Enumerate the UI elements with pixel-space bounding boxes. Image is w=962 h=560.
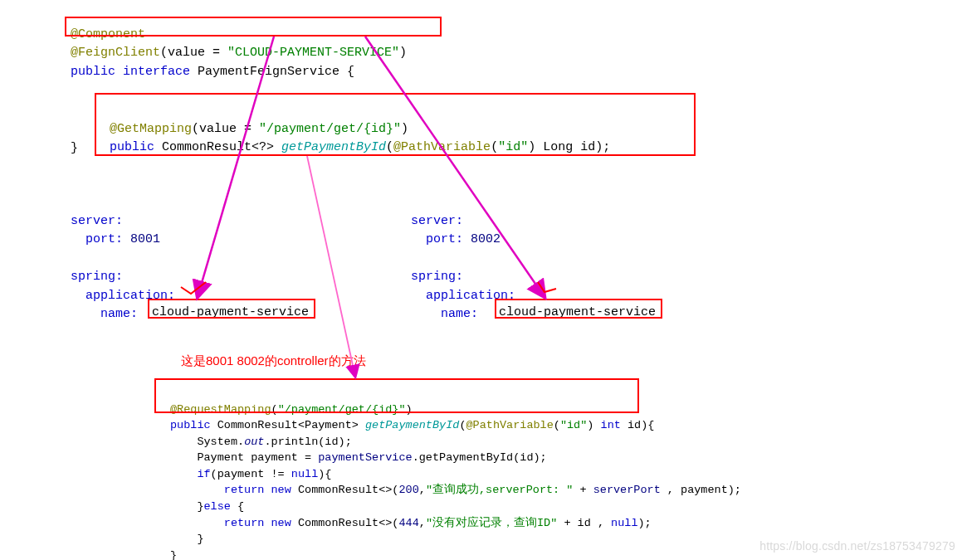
watermark: https://blog.csdn.net/zs18753479279 bbox=[759, 538, 955, 555]
note-label: 这是8001 8002的controller的方法 bbox=[181, 352, 366, 371]
checkmark-icon bbox=[538, 282, 556, 292]
getmapping-box bbox=[95, 93, 696, 156]
port-8001: 8001 bbox=[123, 232, 160, 246]
arrow-to-controller bbox=[307, 156, 355, 377]
service-name-string: "CLOUD-PAYMENT-SERVICE" bbox=[227, 46, 399, 60]
feignclient-annotation: @FeignClient bbox=[71, 46, 160, 60]
close-brace: } bbox=[71, 139, 78, 158]
checkmark-icon bbox=[181, 282, 206, 294]
yaml2-name-box bbox=[495, 299, 662, 319]
yaml1-name-box bbox=[148, 299, 315, 319]
port-8002: 8002 bbox=[463, 232, 501, 246]
public-interface-kw: public interface bbox=[71, 65, 190, 79]
feignclient-box bbox=[65, 17, 442, 37]
requestmapping-box bbox=[154, 378, 639, 413]
ctrl-method-name: getPaymentById bbox=[365, 419, 459, 431]
